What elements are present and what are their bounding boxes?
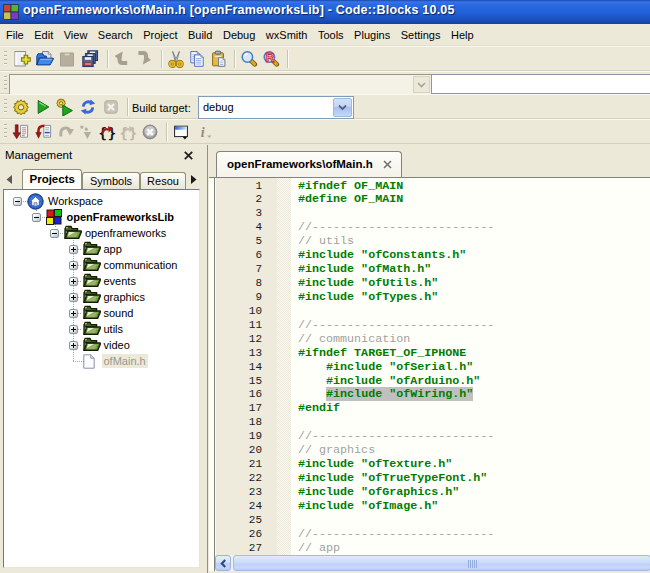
icon-shape	[85, 243, 86, 244]
menu-wxsmith[interactable]: wxSmith	[266, 27, 308, 43]
save-all-button[interactable]	[79, 48, 101, 70]
menu-edit[interactable]: Edit	[34, 27, 53, 43]
build-and-run-button[interactable]	[54, 96, 76, 118]
stop-debugger-button[interactable]	[139, 121, 161, 143]
compiler-combo-dropdown-button[interactable]	[413, 76, 430, 93]
step-out-button[interactable]: {}	[96, 121, 118, 143]
tree-item-sound[interactable]: sound	[4, 305, 199, 321]
tab-scroll-left-button[interactable]	[2, 171, 17, 187]
management-tab-resou[interactable]: Resou	[140, 172, 187, 189]
scrollbar-thumb[interactable]	[233, 555, 650, 571]
debug-continue-button[interactable]	[10, 121, 32, 143]
icon-shape	[85, 307, 86, 308]
compiler-edit-field[interactable]	[431, 74, 650, 94]
abort-button[interactable]	[100, 96, 122, 118]
run-button[interactable]	[32, 96, 54, 118]
title-bar[interactable]: openFrameworks\ofMain.h [openFrameworksL…	[0, 0, 650, 24]
menu-tools[interactable]: Tools	[318, 27, 344, 43]
tree-expand-icon[interactable]	[69, 245, 78, 254]
tree-item-openframeworks[interactable]: openframeworks	[4, 225, 199, 241]
line-number: 21	[249, 458, 262, 472]
toolbar-grip[interactable]	[4, 99, 7, 114]
editor-tab[interactable]: openFrameworks\ofMain.h	[216, 151, 402, 178]
step-into-button[interactable]	[76, 121, 98, 143]
menu-help[interactable]: Help	[451, 27, 474, 43]
save-button[interactable]	[56, 48, 78, 70]
menu-project[interactable]: Project	[143, 27, 177, 43]
icon-shape	[83, 132, 90, 139]
next-line-button[interactable]	[55, 121, 77, 143]
toolbar-compiler	[0, 71, 650, 94]
horizontal-scrollbar[interactable]	[215, 555, 650, 571]
replace-button[interactable]: R	[260, 48, 282, 70]
toolbar-grip[interactable]	[4, 124, 7, 139]
menu-debug[interactable]: Debug	[223, 27, 255, 43]
icon-shape	[13, 125, 20, 139]
menu-file[interactable]: File	[6, 27, 24, 43]
tree-item-utils[interactable]: utils	[4, 321, 199, 337]
open-file-button[interactable]	[34, 48, 56, 70]
run-to-cursor-button[interactable]	[33, 121, 55, 143]
line-number: 16	[249, 388, 262, 402]
tree-collapse-icon[interactable]	[50, 229, 59, 238]
next-instruction-button[interactable]: {}	[117, 121, 139, 143]
menu-settings[interactable]: Settings	[401, 27, 441, 43]
build-button[interactable]	[10, 96, 32, 118]
editor-tab-close-icon[interactable]	[383, 160, 392, 169]
icon-shape	[7, 175, 13, 184]
toolbar-separator	[127, 98, 129, 116]
tree-expand-icon[interactable]	[69, 309, 78, 318]
compiler-combo[interactable]	[9, 74, 432, 95]
code-line-13: #ifndef TARGET_OF_IPHONE	[298, 347, 466, 361]
icon-shape: i	[201, 125, 205, 140]
tree-item-openframeworkslib[interactable]: openFrameworksLib	[4, 209, 199, 225]
menu-plugins[interactable]: Plugins	[354, 27, 390, 43]
code-line-15: #include "ofArduino.h"	[298, 375, 480, 389]
build-target-dropdown-button[interactable]	[333, 98, 352, 117]
tree-item-app[interactable]: app	[4, 241, 199, 257]
tree-expand-icon[interactable]	[69, 277, 78, 286]
tree-item-events[interactable]: events	[4, 273, 199, 289]
run-to-cursor-icon	[35, 123, 53, 141]
toolbar-grip[interactable]	[4, 51, 7, 66]
line-number: 3	[255, 207, 262, 221]
line-number: 7	[255, 263, 262, 277]
tree-item-ofmain-h[interactable]: ofMain.h	[4, 353, 199, 369]
undo-button[interactable]	[111, 48, 133, 70]
management-tab-symbols[interactable]: Symbols	[82, 172, 139, 189]
cut-button[interactable]	[165, 48, 187, 70]
tree-expand-icon[interactable]	[69, 341, 78, 350]
tree-item-workspace[interactable]: Workspace	[4, 193, 199, 209]
menu-view[interactable]: View	[64, 27, 88, 43]
paste-button[interactable]	[208, 48, 230, 70]
icon-shape	[59, 102, 62, 105]
copy-button[interactable]	[186, 48, 208, 70]
icon-shape	[65, 54, 70, 56]
new-file-button[interactable]	[11, 48, 33, 70]
tree-item-video[interactable]: video	[4, 337, 199, 353]
debugging-windows-button[interactable]	[170, 121, 192, 143]
management-close-icon[interactable]	[180, 148, 196, 162]
build-target-combo[interactable]: debug	[198, 96, 354, 119]
management-tab-projects[interactable]: Projects	[22, 169, 82, 189]
tree-item-communication[interactable]: communication	[4, 257, 199, 273]
tree-expand-icon[interactable]	[69, 325, 78, 334]
menu-build[interactable]: Build	[188, 27, 212, 43]
find-button[interactable]	[238, 48, 260, 70]
redo-button[interactable]	[133, 48, 155, 70]
menu-search[interactable]: Search	[98, 27, 133, 43]
tree-item-graphics[interactable]: graphics	[4, 289, 199, 305]
code-editor[interactable]: 1234567891011121314151617181920212223242…	[209, 177, 650, 571]
tree-collapse-icon[interactable]	[13, 197, 22, 206]
rebuild-button[interactable]	[77, 96, 99, 118]
various-info-button[interactable]: i	[193, 121, 215, 143]
icon-shape	[11, 5, 18, 12]
tree-expand-icon[interactable]	[69, 293, 78, 302]
tree-collapse-icon[interactable]	[32, 213, 41, 222]
scrollbar-left-button[interactable]	[215, 555, 231, 571]
icon-shape	[85, 339, 86, 340]
tree-expand-icon[interactable]	[69, 261, 78, 270]
tab-scroll-right-button[interactable]	[186, 171, 201, 187]
icon-shape	[46, 218, 53, 225]
toolbar-grip[interactable]	[4, 76, 7, 89]
